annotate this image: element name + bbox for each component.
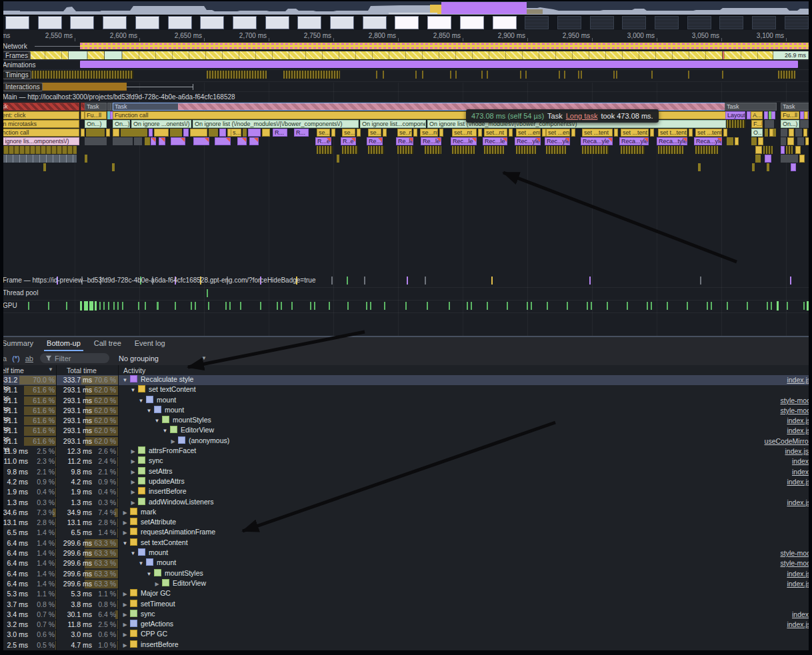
- flame-bar[interactable]: [791, 163, 796, 171]
- gpu-track[interactable]: GPU: [0, 300, 812, 313]
- screenshot-thumbnail[interactable]: [297, 16, 321, 29]
- flame-bar[interactable]: [650, 129, 654, 137]
- grouping-dropdown[interactable]: No grouping ▼: [119, 354, 207, 362]
- screenshot-thumbnail[interactable]: [687, 16, 711, 29]
- source-link[interactable]: style-mod: [780, 406, 811, 414]
- sort-arrow-icon[interactable]: ▼: [48, 366, 53, 372]
- flame-bar[interactable]: [397, 146, 413, 154]
- flame-bar[interactable]: [727, 137, 733, 145]
- flame-bar[interactable]: [751, 137, 757, 145]
- caret-expanded-icon[interactable]: ▼: [129, 387, 137, 393]
- caret-collapsed-icon[interactable]: ▶: [121, 520, 129, 526]
- flame-bar[interactable]: Rec...le: [451, 137, 477, 145]
- flame-bar[interactable]: Re...le: [421, 137, 441, 145]
- source-link[interactable]: index.js: [787, 426, 811, 434]
- table-row[interactable]: 291.1 ms61.6 %293.1 ms62.0 %▶(anonymous)…: [0, 436, 812, 446]
- table-row[interactable]: 6.4 ms1.4 %299.6 ms63.3 %▶EditorViewinde…: [0, 579, 812, 589]
- flame-bar[interactable]: [509, 129, 513, 137]
- flame-bar[interactable]: [149, 129, 153, 137]
- column-divider[interactable]: [56, 365, 57, 655]
- flame-bar[interactable]: On ignore list (\/node_modules\/|\/bower…: [193, 120, 359, 128]
- flame-bar[interactable]: [243, 129, 247, 137]
- table-row[interactable]: 11.9 ms2.5 %12.3 ms2.6 %▶attrsFromFaceti…: [0, 446, 812, 456]
- flame-bar[interactable]: Fu...ll: [85, 111, 107, 119]
- table-row[interactable]: 6.5 ms1.4 %6.5 ms1.4 %▶requestAnimationF…: [0, 528, 812, 538]
- flame-bar[interactable]: [621, 146, 645, 154]
- flame-bar[interactable]: [357, 129, 361, 137]
- table-row[interactable]: 6.4 ms1.4 %299.6 ms63.3 %▼mountstyle-mod: [0, 548, 812, 558]
- source-link[interactable]: style-mod: [780, 549, 811, 557]
- caret-collapsed-icon[interactable]: ▶: [129, 489, 137, 495]
- table-row[interactable]: 9.8 ms2.1 %9.8 ms2.1 %▶setAttrsindex.: [0, 467, 812, 477]
- flame-bar[interactable]: [781, 137, 786, 145]
- source-link[interactable]: index.js: [787, 376, 811, 384]
- source-link[interactable]: index.: [792, 468, 811, 476]
- screenshot-thumbnail[interactable]: [265, 16, 289, 29]
- flame-bar[interactable]: [795, 129, 802, 137]
- screenshot-thumbnail[interactable]: [200, 16, 224, 29]
- flame-bar[interactable]: se...t: [317, 129, 330, 137]
- flame-bar[interactable]: [765, 120, 774, 128]
- table-row[interactable]: 331.2 ms70.0 %333.7 ms70.6 %▼Recalculate…: [0, 375, 812, 385]
- caret-collapsed-icon[interactable]: ▶: [153, 581, 161, 587]
- flame-bar[interactable]: On...): [113, 120, 130, 128]
- column-header-self-time[interactable]: Self time: [0, 366, 24, 374]
- flame-bar[interactable]: [786, 146, 793, 154]
- flame-bar[interactable]: Re...e: [367, 137, 383, 145]
- flame-bar[interactable]: Rec...le: [483, 137, 507, 145]
- table-row[interactable]: 6.4 ms1.4 %299.6 ms63.3 %▼mountstyle-mod: [0, 558, 812, 568]
- screenshot-thumbnail[interactable]: [557, 16, 581, 29]
- flame-bar[interactable]: O...: [751, 129, 763, 137]
- flame-bar[interactable]: [151, 137, 156, 145]
- flame-bar[interactable]: [171, 137, 185, 145]
- flame-bar[interactable]: [190, 129, 207, 137]
- flame-bar[interactable]: Reca...yle: [581, 137, 613, 145]
- flame-bar[interactable]: [113, 129, 119, 137]
- flame-bar[interactable]: [439, 129, 443, 137]
- flame-bar[interactable]: set ...tent: [695, 129, 722, 137]
- flame-bar[interactable]: [797, 137, 804, 145]
- flame-bar[interactable]: [698, 163, 701, 171]
- flame-bar[interactable]: [85, 137, 107, 145]
- flame-bar[interactable]: [773, 129, 776, 137]
- source-link[interactable]: index.js: [787, 580, 811, 588]
- screenshot-thumbnail[interactable]: [70, 16, 94, 29]
- screenshot-thumbnail[interactable]: [38, 16, 62, 29]
- flame-bar[interactable]: [763, 146, 773, 154]
- source-link[interactable]: index.js:: [785, 447, 811, 455]
- screenshot-thumbnail[interactable]: [752, 16, 776, 29]
- flame-bar[interactable]: se...t: [368, 129, 381, 137]
- flame-bar[interactable]: [755, 146, 762, 154]
- table-row[interactable]: 1.9 ms0.4 %1.9 ms0.4 %▶insertBefore: [0, 487, 812, 497]
- flame-bar[interactable]: set ...tent: [582, 129, 613, 137]
- flame-bar[interactable]: [765, 155, 771, 163]
- flame-bar[interactable]: s...t: [231, 129, 241, 137]
- caret-expanded-icon[interactable]: ▼: [161, 428, 169, 434]
- flame-bar[interactable]: [262, 129, 270, 137]
- flame-bar[interactable]: [614, 129, 618, 137]
- flame-bar[interactable]: [735, 137, 739, 145]
- screenshot-thumbnail[interactable]: [168, 16, 192, 29]
- flame-bar[interactable]: Re..le: [396, 137, 413, 145]
- source-link[interactable]: index.js: [787, 620, 811, 628]
- flame-bar[interactable]: Task: [781, 103, 812, 111]
- flame-bar[interactable]: [170, 129, 182, 137]
- bottom-up-table[interactable]: 331.2 ms70.0 %333.7 ms70.6 %▼Recalculate…: [0, 375, 812, 655]
- flame-bar[interactable]: [781, 146, 785, 154]
- tab-call-tree[interactable]: Call tree: [87, 337, 128, 351]
- source-link[interactable]: useCodeMirror: [765, 437, 811, 445]
- caret-collapsed-icon[interactable]: ▶: [121, 622, 129, 628]
- thread-pool-track[interactable]: Thread pool: [0, 287, 812, 301]
- flame-bar[interactable]: [0, 146, 77, 154]
- table-row[interactable]: 3.7 ms0.8 %3.8 ms0.8 %▶setTimeout: [0, 600, 812, 610]
- flame-bar[interactable]: [43, 163, 46, 171]
- flame-bar[interactable]: [658, 146, 683, 154]
- flame-bar[interactable]: [342, 146, 358, 154]
- screenshot-thumbnail[interactable]: [330, 16, 354, 29]
- flame-bar[interactable]: [317, 146, 333, 154]
- screenshot-thumbnail[interactable]: [525, 16, 549, 29]
- flame-bar[interactable]: [215, 137, 231, 145]
- caret-collapsed-icon[interactable]: ▶: [129, 479, 137, 485]
- flame-bar[interactable]: [248, 129, 261, 137]
- flame-bar[interactable]: Task: [85, 103, 107, 111]
